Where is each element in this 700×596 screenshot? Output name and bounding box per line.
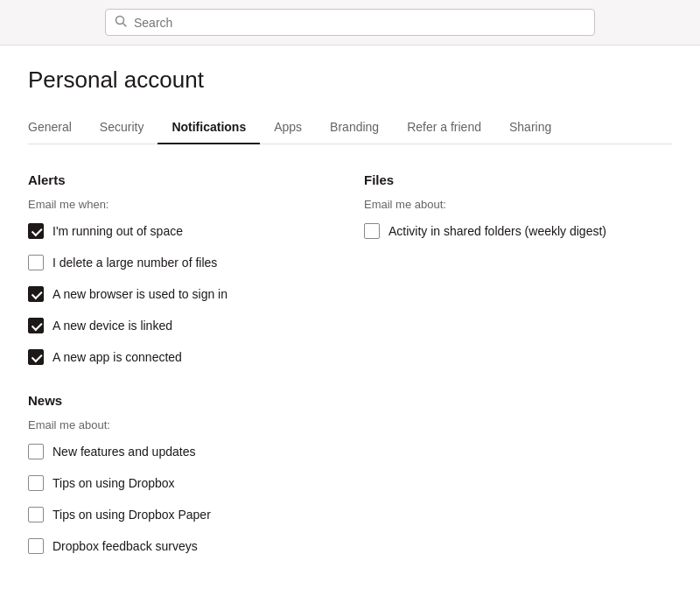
checkbox-row: I'm running out of space bbox=[28, 223, 336, 239]
news-items: New features and updatesTips on using Dr… bbox=[28, 444, 336, 554]
checkbox-label: Dropbox feedback surveys bbox=[52, 539, 198, 553]
alerts-title: Alerts bbox=[28, 172, 336, 187]
checkbox[interactable] bbox=[28, 318, 44, 333]
search-icon bbox=[115, 15, 127, 30]
search-container bbox=[105, 9, 595, 36]
tab-apps[interactable]: Apps bbox=[260, 111, 316, 144]
checkbox-row: I delete a large number of files bbox=[28, 255, 336, 270]
checkbox-row: New features and updates bbox=[28, 444, 336, 459]
checkbox-label: New features and updates bbox=[52, 445, 195, 459]
checkbox-row: A new browser is used to sign in bbox=[28, 286, 336, 302]
top-bar bbox=[0, 0, 700, 46]
checkbox[interactable] bbox=[28, 475, 44, 491]
tab-refer[interactable]: Refer a friend bbox=[393, 111, 495, 144]
alerts-subtitle: Email me when: bbox=[28, 198, 336, 211]
checkbox-label: A new app is connected bbox=[52, 350, 182, 364]
tab-branding[interactable]: Branding bbox=[316, 111, 393, 144]
checkbox[interactable] bbox=[28, 255, 44, 270]
svg-line-1 bbox=[123, 24, 127, 27]
checkbox[interactable] bbox=[28, 444, 44, 459]
checkbox-label: Activity in shared folders (weekly diges… bbox=[388, 224, 606, 238]
news-title: News bbox=[28, 393, 336, 408]
content-grid: Alerts Email me when: I'm running out of… bbox=[28, 172, 672, 570]
page-content: Personal account GeneralSecurityNotifica… bbox=[0, 46, 700, 596]
checkbox[interactable] bbox=[28, 223, 44, 239]
checkbox[interactable] bbox=[28, 349, 44, 365]
checkbox-label: Tips on using Dropbox bbox=[52, 476, 175, 490]
search-input[interactable] bbox=[134, 16, 585, 30]
checkbox-label: I'm running out of space bbox=[52, 224, 183, 238]
files-items: Activity in shared folders (weekly diges… bbox=[364, 223, 672, 239]
search-box bbox=[105, 9, 595, 36]
news-section: News Email me about: New features and up… bbox=[28, 393, 336, 554]
files-subtitle: Email me about: bbox=[364, 198, 672, 211]
tab-sharing[interactable]: Sharing bbox=[495, 111, 565, 144]
checkbox-row: A new app is connected bbox=[28, 349, 336, 365]
tab-notifications[interactable]: Notifications bbox=[158, 111, 260, 144]
tab-security[interactable]: Security bbox=[86, 111, 158, 144]
checkbox-label: A new device is linked bbox=[52, 319, 172, 333]
checkbox-label: I delete a large number of files bbox=[52, 256, 217, 270]
checkbox[interactable] bbox=[28, 538, 44, 554]
checkbox-row: Dropbox feedback surveys bbox=[28, 538, 336, 554]
checkbox[interactable] bbox=[28, 507, 44, 522]
checkbox-row: Tips on using Dropbox bbox=[28, 475, 336, 491]
page-title: Personal account bbox=[28, 67, 672, 94]
tab-general[interactable]: General bbox=[28, 111, 86, 144]
checkbox-row: Activity in shared folders (weekly diges… bbox=[364, 223, 672, 239]
files-section: Files Email me about: Activity in shared… bbox=[364, 172, 672, 570]
checkbox-label: A new browser is used to sign in bbox=[52, 287, 228, 301]
checkbox[interactable] bbox=[28, 286, 44, 302]
news-subtitle: Email me about: bbox=[28, 418, 336, 431]
checkbox-row: A new device is linked bbox=[28, 318, 336, 333]
checkbox-label: Tips on using Dropbox Paper bbox=[52, 508, 211, 522]
checkbox[interactable] bbox=[364, 223, 380, 239]
alerts-section: Alerts Email me when: I'm running out of… bbox=[28, 172, 336, 570]
alerts-items: I'm running out of spaceI delete a large… bbox=[28, 223, 336, 365]
checkbox-row: Tips on using Dropbox Paper bbox=[28, 507, 336, 522]
files-title: Files bbox=[364, 172, 672, 187]
tabs-nav: GeneralSecurityNotificationsAppsBranding… bbox=[28, 111, 672, 144]
